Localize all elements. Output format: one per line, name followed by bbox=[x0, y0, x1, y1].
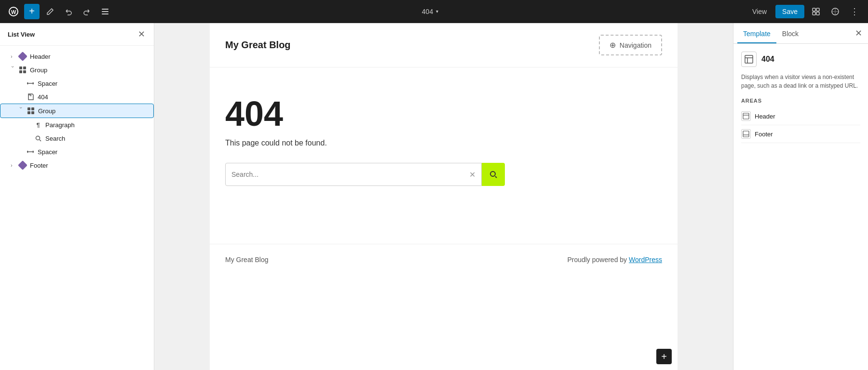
group-inner-icon bbox=[27, 106, 35, 115]
area-footer-icon bbox=[741, 129, 751, 139]
tree-item-search[interactable]: Search bbox=[0, 132, 154, 145]
svg-point-10 bbox=[36, 136, 40, 140]
spacer2-icon bbox=[26, 147, 35, 156]
navigation-block[interactable]: ⊕ Navigation bbox=[599, 35, 662, 55]
footer-chevron-icon: › bbox=[8, 161, 15, 169]
tab-block[interactable]: Block bbox=[776, 23, 804, 43]
search-clear-button[interactable]: ✕ bbox=[469, 170, 475, 179]
undo-button[interactable] bbox=[61, 4, 76, 19]
svg-rect-6 bbox=[816, 8, 819, 11]
template-name: 404 bbox=[761, 55, 774, 64]
footer-blog-title: My Great Blog bbox=[225, 256, 268, 264]
svg-rect-13 bbox=[743, 113, 749, 119]
tree-label-group-outer: Group bbox=[30, 66, 146, 74]
chevron-down-icon: ▾ bbox=[436, 9, 438, 14]
page-title-area[interactable]: 404 ▾ bbox=[116, 8, 745, 15]
tree-list: › Header › Group Spacer bbox=[0, 46, 154, 370]
search-submit-button[interactable] bbox=[482, 163, 505, 186]
redo-button[interactable] bbox=[79, 4, 95, 19]
wordpress-logo-btn[interactable]: W bbox=[6, 4, 21, 19]
settings-button[interactable] bbox=[808, 4, 824, 19]
tree-label-paragraph: Paragraph bbox=[45, 121, 146, 129]
tree-item-paragraph[interactable]: ¶ Paragraph bbox=[0, 118, 154, 132]
paragraph-icon: ¶ bbox=[34, 120, 42, 129]
svg-rect-5 bbox=[813, 8, 815, 11]
area-header-icon bbox=[741, 111, 751, 121]
chevron-down-icon: › bbox=[8, 66, 15, 74]
spacer-placeholder bbox=[15, 79, 23, 87]
tree-label-spacer1: Spacer bbox=[38, 80, 146, 87]
template-description: Displays when a visitor views a non-exis… bbox=[741, 73, 860, 90]
edit-button[interactable] bbox=[42, 4, 58, 19]
toolbar-right: View Save ⋮ bbox=[747, 4, 862, 19]
list-view-button[interactable] bbox=[97, 4, 113, 19]
panel-header: List View ✕ bbox=[0, 23, 154, 46]
wordpress-link[interactable]: WordPress bbox=[629, 256, 662, 264]
close-right-panel-button[interactable]: ✕ bbox=[853, 26, 864, 40]
areas-label: AREAS bbox=[741, 98, 860, 104]
area-item-footer[interactable]: Footer bbox=[741, 125, 860, 143]
template-badge: 404 bbox=[741, 52, 860, 67]
footer-powered-text: Proudly powered by WordPress bbox=[567, 256, 662, 264]
tree-item-footer[interactable]: › Footer bbox=[0, 159, 154, 172]
right-panel-tabs: Template Block ✕ bbox=[733, 23, 868, 44]
spacer2-placeholder bbox=[15, 148, 23, 156]
tree-item-spacer2[interactable]: Spacer bbox=[0, 145, 154, 159]
navigation-icon: ⊕ bbox=[610, 40, 616, 50]
more-options-button[interactable]: ⋮ bbox=[847, 4, 862, 19]
tree-label-spacer2: Spacer bbox=[38, 148, 146, 156]
blog-title: My Great Blog bbox=[225, 40, 291, 51]
tree-item-header[interactable]: › Header bbox=[0, 50, 154, 63]
tree-label-header: Header bbox=[30, 53, 146, 60]
panel-title: List View bbox=[8, 31, 35, 38]
tree-label-search: Search bbox=[45, 135, 146, 142]
svg-text:W: W bbox=[11, 9, 16, 15]
view-button[interactable]: View bbox=[747, 5, 772, 18]
list-view-panel: List View ✕ › Header › Group bbox=[0, 23, 154, 370]
search-placeholder bbox=[23, 134, 31, 142]
template-icon bbox=[741, 52, 757, 67]
content-area: 404 This page could not be found. ✕ bbox=[210, 67, 678, 205]
tree-item-spacer1[interactable]: Spacer bbox=[0, 77, 154, 90]
svg-rect-2 bbox=[102, 9, 108, 10]
close-panel-button[interactable]: ✕ bbox=[137, 29, 146, 40]
theme-toggle-button[interactable] bbox=[827, 4, 843, 19]
svg-rect-12 bbox=[745, 55, 753, 63]
para-placeholder bbox=[23, 121, 31, 129]
area-header-label: Header bbox=[755, 113, 775, 120]
page-footer: My Great Blog Proudly powered by WordPre… bbox=[210, 244, 678, 275]
search-bar: ✕ bbox=[225, 163, 505, 186]
svg-rect-4 bbox=[102, 13, 108, 14]
error-message: This page could not be found. bbox=[225, 139, 662, 147]
chevron-right-icon: › bbox=[8, 53, 15, 60]
navigation-label: Navigation bbox=[620, 41, 651, 49]
search-icon bbox=[34, 134, 42, 143]
right-panel: Template Block ✕ 404 Displays when a vis… bbox=[733, 23, 868, 370]
area-footer-label: Footer bbox=[755, 131, 773, 138]
area-item-header[interactable]: Header bbox=[741, 107, 860, 125]
main-area: List View ✕ › Header › Group bbox=[0, 23, 868, 370]
svg-rect-3 bbox=[102, 11, 108, 12]
header-icon bbox=[18, 52, 27, 61]
svg-rect-8 bbox=[816, 12, 819, 15]
save-button[interactable]: Save bbox=[775, 5, 804, 18]
page-header: My Great Blog ⊕ Navigation bbox=[210, 23, 678, 67]
404-placeholder bbox=[15, 93, 23, 101]
search-input[interactable] bbox=[231, 171, 469, 178]
page-title: 404 bbox=[422, 8, 433, 15]
add-block-button[interactable]: + bbox=[24, 4, 40, 19]
svg-rect-7 bbox=[813, 12, 815, 15]
page-frame: My Great Blog ⊕ Navigation 404 This page… bbox=[210, 23, 678, 370]
group-icon bbox=[18, 66, 27, 74]
error-code: 404 bbox=[225, 96, 662, 131]
tree-item-group-outer[interactable]: › Group bbox=[0, 63, 154, 77]
chevron-down-icon2: › bbox=[16, 107, 24, 115]
tree-item-404[interactable]: 404 bbox=[0, 90, 154, 104]
add-block-canvas-button[interactable]: + bbox=[656, 349, 672, 364]
tree-item-group-inner[interactable]: › Group bbox=[0, 104, 154, 118]
search-input-wrap: ✕ bbox=[225, 163, 482, 186]
toolbar: W + 404 ▾ View Save ⋮ bbox=[0, 0, 868, 23]
canvas: My Great Blog ⊕ Navigation 404 This page… bbox=[154, 23, 733, 370]
tab-template[interactable]: Template bbox=[737, 23, 776, 43]
footer-icon bbox=[18, 161, 27, 170]
